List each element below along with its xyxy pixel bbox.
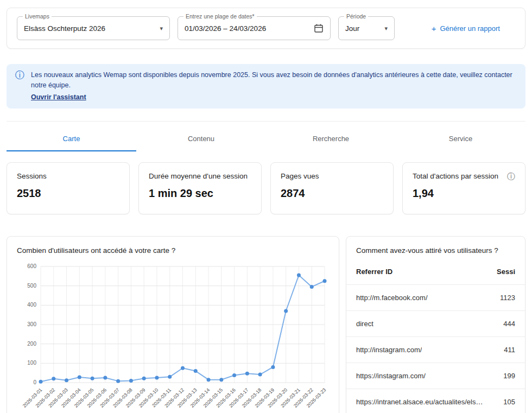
stat-card-duration: Durée moyenne d'une session 1 min 29 sec [138, 162, 262, 214]
stat-label: Total d'actions par session [413, 172, 498, 180]
sessions-chart-panel: Combien d'utilisateurs ont accédé à votr… [7, 236, 339, 413]
info-banner: ⓘ Les nouveaux analytics Wemap sont disp… [7, 64, 525, 109]
stat-label: Pages vues [281, 172, 319, 180]
referrer-cell: http://m.facebook.com/ [356, 294, 428, 302]
sessions-cell: 199 [503, 372, 515, 380]
info-icon[interactable]: ⓘ [507, 172, 515, 180]
stat-card-pageviews: Pages vues 2874 [270, 162, 394, 214]
referrer-cell: direct [356, 320, 373, 328]
filters-toolbar: Livemaps Elsàss Oschterputz 2026 ▾ Entre… [7, 8, 525, 49]
calendar-icon[interactable] [314, 23, 324, 33]
tab-carte[interactable]: Carte [7, 122, 136, 151]
column-header-sessions: Sessi [497, 268, 515, 276]
svg-text:400: 400 [27, 302, 36, 308]
generate-report-label: Générer un rapport [440, 24, 500, 33]
svg-text:200: 200 [27, 341, 36, 347]
table-row: direct 444 [346, 311, 525, 337]
open-assistant-link[interactable]: Ouvrir l'assistant [31, 92, 86, 103]
chart-title: Combien d'utilisateurs ont accédé à votr… [17, 246, 329, 255]
chevron-down-icon: ▾ [160, 26, 163, 31]
stat-card-sessions: Sessions 2518 [7, 162, 130, 214]
date-range-input[interactable]: Entrez une plage de dates* 01/03/2026 – … [178, 16, 331, 40]
svg-text:600: 600 [27, 263, 36, 269]
sessions-cell: 411 [504, 346, 515, 354]
sessions-cell: 105 [503, 398, 515, 406]
period-label: Période [344, 13, 368, 20]
info-icon: ⓘ [15, 70, 24, 103]
tab-recherche[interactable]: Rercherche [266, 122, 396, 151]
livemaps-value: Elsàss Oschterputz 2026 [24, 24, 155, 33]
referrers-title: Comment avez-vous attiré vos utilisateur… [346, 246, 525, 255]
analytics-tabs: Carte Contenu Rercherche Service [7, 122, 525, 151]
livemaaps-label: Livemaps [23, 13, 52, 20]
chevron-down-icon: ▾ [384, 26, 388, 31]
table-header: Referrer ID Sessi [346, 259, 525, 285]
tab-service[interactable]: Service [396, 122, 525, 151]
svg-text:0: 0 [33, 379, 36, 385]
period-value: Jour [345, 24, 380, 33]
date-range-label: Entrez une plage de dates* [183, 13, 257, 20]
tab-contenu[interactable]: Contenu [136, 122, 266, 151]
table-row: https://intranet.alsace.eu/actualites/el… [346, 389, 525, 413]
stat-label: Durée moyenne d'une session [149, 172, 248, 180]
livemaps-select[interactable]: Livemaps Elsàss Oschterputz 2026 ▾ [17, 16, 170, 40]
panels-row: Combien d'utilisateurs ont accédé à votr… [7, 236, 525, 413]
table-row: https://instagram.com/ 199 [346, 363, 525, 389]
stat-value: 2518 [17, 187, 119, 200]
svg-text:500: 500 [27, 283, 36, 289]
stat-value: 1 min 29 sec [149, 187, 251, 200]
generate-report-button[interactable]: + Générer un rapport [432, 24, 515, 33]
column-header-referrer: Referrer ID [356, 268, 392, 276]
banner-message: Les nouveaux analytics Wemap sont dispon… [31, 70, 517, 91]
svg-text:300: 300 [27, 321, 36, 327]
stat-cards-row: Sessions 2518 Durée moyenne d'une sessio… [7, 162, 525, 214]
table-row: http://m.facebook.com/ 1123 [346, 285, 525, 311]
stat-value: 2874 [281, 187, 383, 200]
referrer-cell: https://instagram.com/ [356, 372, 426, 380]
stat-card-actions-per-session: Total d'actions par session ⓘ 1,94 [402, 162, 525, 214]
svg-text:100: 100 [27, 360, 36, 366]
stat-value: 1,94 [413, 187, 515, 200]
table-row: http://instagram.com/ 411 [346, 337, 525, 363]
plus-icon: + [432, 24, 436, 33]
referrer-cell: http://instagram.com/ [356, 346, 422, 354]
stat-label: Sessions [17, 172, 47, 180]
sessions-cell: 1123 [500, 294, 515, 302]
line-chart-svg: 01002003004005006002026-03-012026-03-022… [17, 260, 330, 413]
referrer-cell: https://intranet.alsace.eu/actualites/el… [356, 398, 486, 406]
date-range-value: 01/03/2026 – 24/03/2026 [185, 24, 309, 33]
referrers-panel: Comment avez-vous attiré vos utilisateur… [346, 236, 525, 413]
sessions-chart: 01002003004005006002026-03-012026-03-022… [17, 260, 329, 413]
sessions-cell: 444 [503, 320, 515, 328]
period-select[interactable]: Période Jour ▾ [338, 16, 395, 40]
banner-text-block: Les nouveaux analytics Wemap sont dispon… [31, 70, 517, 103]
